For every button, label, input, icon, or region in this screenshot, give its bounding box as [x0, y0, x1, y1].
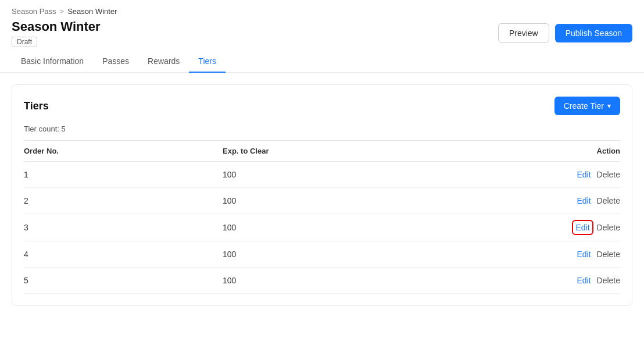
breadcrumb: Season Pass > Season Winter	[12, 7, 632, 16]
edit-button-2[interactable]: Edit	[577, 196, 591, 205]
breadcrumb-current: Season Winter	[67, 7, 117, 16]
table-row: 4 100 Edit Delete	[24, 241, 620, 268]
edit-button-5[interactable]: Edit	[577, 276, 591, 285]
delete-button-3[interactable]: Delete	[597, 223, 620, 232]
tab-rewards[interactable]: Rewards	[138, 51, 189, 73]
tiers-title: Tiers	[24, 100, 49, 112]
cell-action-1: Edit Delete	[421, 170, 620, 179]
cell-exp-5: 100	[223, 276, 421, 285]
draft-badge: Draft	[12, 37, 37, 47]
cell-order-2: 2	[24, 196, 223, 205]
delete-button-4[interactable]: Delete	[597, 250, 620, 259]
breadcrumb-separator: >	[60, 7, 65, 16]
cell-order-3: 3	[24, 223, 223, 232]
delete-button-5[interactable]: Delete	[597, 276, 620, 285]
cell-action-2: Edit Delete	[421, 196, 620, 205]
cell-action-3: Edit Delete	[421, 222, 620, 233]
tiers-table: Order No. Exp. to Clear Action 1 100 Edi…	[24, 140, 620, 294]
col-exp: Exp. to Clear	[223, 147, 421, 155]
tabs-row: Basic Information Passes Rewards Tiers	[12, 51, 632, 72]
edit-button-1[interactable]: Edit	[577, 170, 591, 179]
table-row: 3 100 Edit Delete	[24, 214, 620, 241]
cell-order-4: 4	[24, 250, 223, 259]
cell-exp-3: 100	[223, 223, 421, 232]
edit-button-4[interactable]: Edit	[577, 250, 591, 259]
header-row: Season Winter Draft Preview Publish Seas…	[12, 19, 632, 47]
breadcrumb-parent[interactable]: Season Pass	[12, 7, 56, 16]
card-header: Tiers Create Tier ▾	[24, 97, 620, 115]
tab-passes[interactable]: Passes	[93, 51, 138, 73]
page-title: Season Winter	[12, 19, 101, 34]
cell-order-5: 5	[24, 276, 223, 285]
publish-button[interactable]: Publish Season	[555, 24, 632, 42]
tiers-card: Tiers Create Tier ▾ Tier count: 5 Order …	[12, 84, 632, 306]
col-action: Action	[421, 147, 620, 155]
create-tier-button[interactable]: Create Tier ▾	[554, 97, 620, 115]
col-order-no: Order No.	[24, 147, 223, 155]
cell-action-4: Edit Delete	[421, 250, 620, 259]
header-buttons: Preview Publish Season	[498, 23, 632, 43]
delete-button-1[interactable]: Delete	[597, 170, 620, 179]
cell-action-5: Edit Delete	[421, 276, 620, 285]
main-content: Tiers Create Tier ▾ Tier count: 5 Order …	[0, 73, 644, 318]
table-row: 2 100 Edit Delete	[24, 188, 620, 214]
cell-order-1: 1	[24, 170, 223, 179]
top-bar: Season Pass > Season Winter Season Winte…	[0, 0, 644, 73]
table-row: 1 100 Edit Delete	[24, 162, 620, 188]
chevron-down-icon: ▾	[607, 102, 611, 110]
cell-exp-4: 100	[223, 250, 421, 259]
table-header: Order No. Exp. to Clear Action	[24, 140, 620, 162]
cell-exp-2: 100	[223, 196, 421, 205]
edit-button-3[interactable]: Edit	[574, 222, 591, 233]
table-row: 5 100 Edit Delete	[24, 268, 620, 294]
delete-button-2[interactable]: Delete	[597, 196, 620, 205]
create-tier-label: Create Tier	[564, 101, 604, 111]
cell-exp-1: 100	[223, 170, 421, 179]
title-area: Season Winter Draft	[12, 19, 101, 47]
tab-basic-information[interactable]: Basic Information	[12, 51, 93, 73]
tier-count: Tier count: 5	[24, 125, 620, 133]
preview-button[interactable]: Preview	[498, 23, 549, 43]
tab-tiers[interactable]: Tiers	[189, 51, 226, 73]
page-wrapper: Season Pass > Season Winter Season Winte…	[0, 0, 644, 352]
